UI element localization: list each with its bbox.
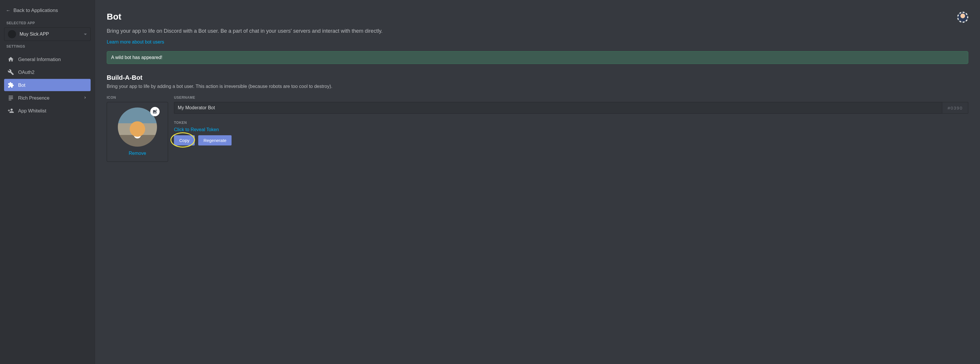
username-input[interactable] (174, 102, 942, 114)
upload-image-button[interactable] (150, 107, 160, 116)
wrench-icon (8, 69, 14, 75)
nav-item-bot[interactable]: Bot (4, 79, 91, 91)
copy-token-button[interactable]: Copy (174, 135, 195, 146)
document-icon (8, 95, 14, 101)
build-a-bot-description: Bring your app to life by adding a bot u… (107, 84, 968, 89)
regenerate-token-button[interactable]: Regenerate (198, 135, 232, 146)
home-icon (8, 56, 14, 63)
chevron-right-icon (83, 95, 87, 101)
nav-label: General Information (18, 57, 61, 62)
learn-more-link[interactable]: Learn more about bot users (107, 40, 164, 45)
user-check-icon (8, 108, 14, 114)
page-subtitle: Bring your app to life on Discord with a… (107, 28, 968, 34)
token-field-label: TOKEN (174, 121, 968, 125)
bot-icon-box: Remove (107, 102, 168, 162)
settings-heading: SETTINGS (4, 41, 91, 51)
back-label: Back to Applications (13, 8, 58, 13)
success-alert: A wild bot has appeared! (107, 51, 968, 64)
username-field-label: USERNAME (174, 95, 968, 100)
selected-app-heading: SELECTED APP (4, 17, 91, 27)
puzzle-icon (8, 82, 14, 88)
discriminator-badge: #0390 (942, 102, 968, 114)
app-avatar (8, 30, 16, 38)
remove-icon-link[interactable]: Remove (129, 151, 146, 156)
build-a-bot-title: Build-A-Bot (107, 74, 968, 82)
back-to-applications-link[interactable]: ← Back to Applications (4, 6, 91, 17)
nav-item-oauth2[interactable]: OAuth2 (4, 66, 91, 78)
profile-avatar[interactable] (957, 12, 968, 23)
nav-item-app-whitelist[interactable]: App Whitelist (4, 104, 91, 117)
reveal-token-link[interactable]: Click to Reveal Token (174, 127, 219, 132)
caret-down-icon (84, 33, 87, 35)
page-title: Bot (107, 12, 968, 22)
main-content: Bot Bring your app to life on Discord wi… (95, 0, 980, 364)
app-name: Muy Sick APP (19, 32, 49, 37)
nav-label: Rich Presence (18, 95, 49, 101)
nav-item-rich-presence[interactable]: Rich Presence (4, 92, 91, 104)
nav-label: OAuth2 (18, 70, 35, 75)
app-select-dropdown[interactable]: Muy Sick APP (4, 27, 91, 41)
nav-item-general-information[interactable]: General Information (4, 53, 91, 65)
arrow-left-icon: ← (6, 8, 11, 13)
icon-field-label: ICON (107, 95, 168, 100)
settings-nav: General Information OAuth2 Bot Rich Pres… (4, 53, 91, 117)
sidebar: ← Back to Applications SELECTED APP Muy … (0, 0, 95, 364)
nav-label: App Whitelist (18, 108, 46, 114)
avatar-image (958, 13, 967, 22)
image-add-icon (152, 109, 158, 114)
nav-label: Bot (18, 82, 25, 88)
